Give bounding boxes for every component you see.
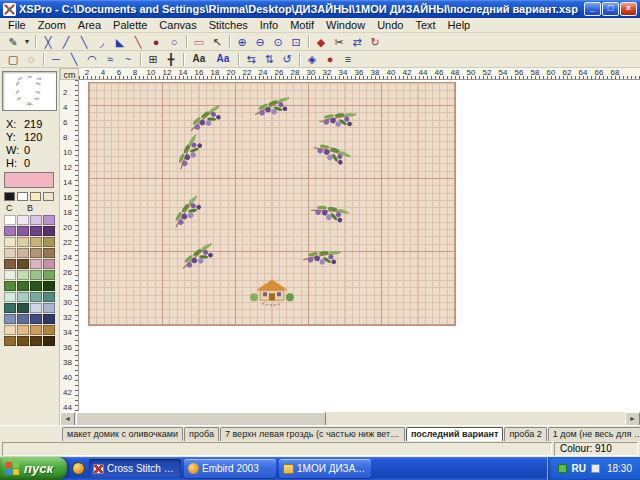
palette-swatch-37[interactable]	[17, 314, 29, 324]
palette-swatch-20[interactable]	[4, 270, 16, 280]
palette-swatch-25[interactable]	[17, 281, 29, 291]
start-button[interactable]: пуск	[0, 457, 67, 480]
center-cross-toggle-icon[interactable]: ╋	[162, 51, 180, 67]
thread-list-button-icon[interactable]: ≡	[339, 51, 357, 67]
olive-branch-motif[interactable]	[178, 243, 216, 270]
palette-swatch-26[interactable]	[30, 281, 42, 291]
minimize-button[interactable]: _	[584, 2, 601, 16]
zoom-in-tool-icon[interactable]: ⊕	[233, 34, 251, 50]
scrollbar-thumb[interactable]	[76, 412, 326, 426]
maximize-button[interactable]: □	[602, 2, 619, 16]
menu-item-text[interactable]: Text	[409, 19, 441, 31]
taskbar-button-2[interactable]: 1МОИ ДИЗАЙНЫ	[279, 459, 371, 478]
tray-icon[interactable]	[558, 464, 567, 473]
backstitch-tool-icon[interactable]: ╲	[129, 34, 147, 50]
bead-tool-icon[interactable]: ○	[165, 34, 183, 50]
grid-toggle-icon[interactable]: ⊞	[144, 51, 162, 67]
arc-tool-icon[interactable]: ◠	[83, 51, 101, 67]
pattern-tab-2[interactable]: 7 верхн левая гроздь (с частью ниж ветки…	[220, 427, 405, 441]
quick-launch-icon[interactable]	[72, 462, 85, 475]
pattern-tab-0[interactable]: макет домик с оливочками	[62, 427, 183, 441]
palette-swatch-2[interactable]	[30, 215, 42, 225]
olive-branch-motif[interactable]	[169, 134, 207, 170]
rotate-tool-icon[interactable]: ↻	[366, 34, 384, 50]
pencil-dropdown-icon[interactable]: ▾	[22, 34, 32, 50]
menu-item-info[interactable]: Info	[254, 19, 284, 31]
palette-swatch-38[interactable]	[30, 314, 42, 324]
palette-swatch-9[interactable]	[17, 237, 29, 247]
palette-swatch-14[interactable]	[30, 248, 42, 258]
tray-icon[interactable]	[591, 464, 600, 473]
flip-horizontal-tool-icon[interactable]: ⇆	[242, 51, 260, 67]
palette-swatch-23[interactable]	[43, 270, 55, 280]
taskbar-button-1[interactable]: Embird 2003	[184, 459, 276, 478]
palette-small-swatch-1[interactable]	[17, 192, 28, 201]
pattern-tab-4[interactable]: проба 2	[504, 427, 546, 441]
palette-swatch-42[interactable]	[30, 325, 42, 335]
menu-item-undo[interactable]: Undo	[371, 19, 409, 31]
menu-item-canvas[interactable]: Canvas	[153, 19, 202, 31]
palette-swatch-41[interactable]	[17, 325, 29, 335]
half-stitch-back-tool-icon[interactable]: ╲	[75, 34, 93, 50]
palette-swatch-47[interactable]	[43, 336, 55, 346]
palette-swatch-21[interactable]	[17, 270, 29, 280]
scroll-left-button[interactable]: ◄	[60, 412, 75, 426]
palette-swatch-24[interactable]	[4, 281, 16, 291]
french-knot-tool-icon[interactable]: ●	[147, 34, 165, 50]
lasso-tool-icon[interactable]: ◌	[22, 51, 40, 67]
pencil-tool-icon[interactable]: ✎	[4, 34, 22, 50]
palette-swatch-29[interactable]	[17, 292, 29, 302]
wave-tool-icon[interactable]: ≈	[101, 51, 119, 67]
flip-vertical-tool-icon[interactable]: ⇅	[260, 51, 278, 67]
palette-swatch-11[interactable]	[43, 237, 55, 247]
olive-branch-motif[interactable]	[167, 195, 206, 228]
scissors-tool-icon[interactable]: ✂	[330, 34, 348, 50]
menu-item-stitches[interactable]: Stitches	[203, 19, 254, 31]
palette-swatch-7[interactable]	[43, 226, 55, 236]
palette-swatch-15[interactable]	[43, 248, 55, 258]
menu-item-zoom[interactable]: Zoom	[32, 19, 72, 31]
knot-button-icon[interactable]: ●	[321, 51, 339, 67]
palette-swatch-34[interactable]	[30, 303, 42, 313]
line-tool-icon[interactable]: ─	[47, 51, 65, 67]
menu-item-window[interactable]: Window	[320, 19, 371, 31]
pattern-tab-5[interactable]: 1 дом (не весь для стыковки)	[548, 427, 640, 441]
taskbar-button-0[interactable]: Cross Stitch Pro...	[89, 459, 181, 478]
house-motif[interactable]	[250, 279, 294, 305]
palette-swatch-32[interactable]	[4, 303, 16, 313]
scroll-right-button[interactable]: ►	[625, 412, 640, 426]
menu-item-area[interactable]: Area	[72, 19, 107, 31]
diagonal-line-tool-icon[interactable]: ╲	[65, 51, 83, 67]
palette-small-swatch-2[interactable]	[30, 192, 41, 201]
palette-swatch-40[interactable]	[4, 325, 16, 335]
olive-branch-motif[interactable]	[186, 105, 224, 132]
three-quarter-stitch-tool-icon[interactable]: ◣	[111, 34, 129, 50]
menu-item-motif[interactable]: Motif	[284, 19, 320, 31]
palette-swatch-17[interactable]	[17, 259, 29, 269]
select-rect-tool-icon[interactable]: ▢	[4, 51, 22, 67]
eraser-tool-icon[interactable]: ▭	[190, 34, 208, 50]
quarter-stitch-tool-icon[interactable]: ◞	[93, 34, 111, 50]
palette-swatch-46[interactable]	[30, 336, 42, 346]
palette-swatch-10[interactable]	[30, 237, 42, 247]
palette-swatch-6[interactable]	[30, 226, 42, 236]
palette-swatch-18[interactable]	[30, 259, 42, 269]
zoom-fit-tool-icon[interactable]: ⊡	[287, 34, 305, 50]
palette-swatch-1[interactable]	[17, 215, 29, 225]
palette-small-swatch-0[interactable]	[4, 192, 15, 201]
olive-branch-motif[interactable]	[319, 105, 357, 132]
olive-branch-motif[interactable]	[255, 97, 289, 116]
palette-swatch-3[interactable]	[43, 215, 55, 225]
olive-branch-motif[interactable]	[303, 243, 341, 270]
palette-swatch-8[interactable]	[4, 237, 16, 247]
palette-swatch-27[interactable]	[43, 281, 55, 291]
palette-swatch-30[interactable]	[30, 292, 42, 302]
close-button[interactable]: ×	[620, 2, 637, 16]
menu-item-file[interactable]: File	[2, 19, 32, 31]
palette-small-swatch-3[interactable]	[43, 192, 54, 201]
horizontal-scrollbar[interactable]: ◄ ►	[60, 411, 640, 425]
palette-swatch-12[interactable]	[4, 248, 16, 258]
pattern-tab-3[interactable]: последний вариант	[406, 427, 503, 441]
palette-swatch-22[interactable]	[30, 270, 42, 280]
palette-swatch-39[interactable]	[43, 314, 55, 324]
